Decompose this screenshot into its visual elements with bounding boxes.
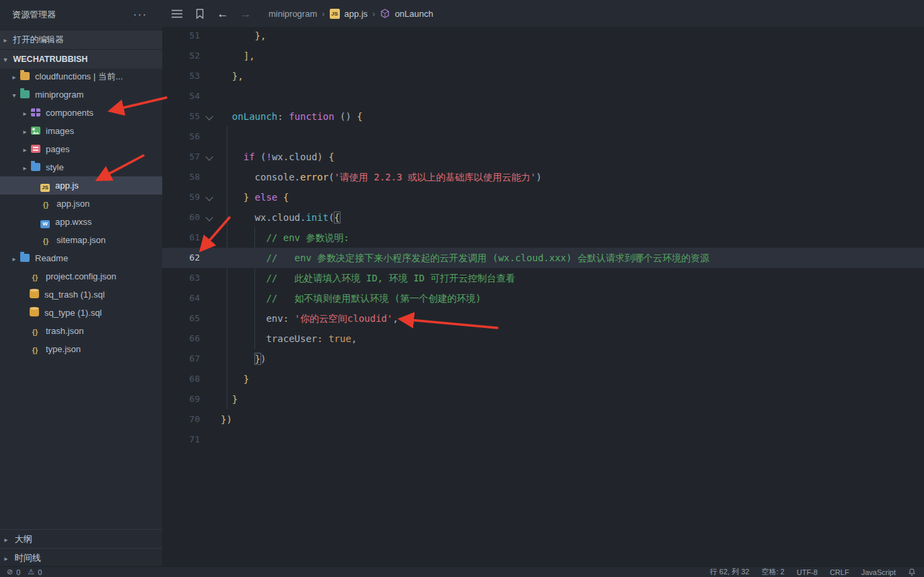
problems-status[interactable]: ⊘ 0 ⚠ 0 xyxy=(7,567,42,577)
navigate-back-icon[interactable]: ← xyxy=(215,5,231,22)
tree-item-app-js[interactable]: JSapp.js xyxy=(0,176,162,195)
code-text: }, xyxy=(221,66,244,86)
breadcrumb-symbol[interactable]: onLaunch xyxy=(395,9,433,19)
fold-chevron-icon[interactable] xyxy=(205,193,213,201)
breadcrumb-folder[interactable]: miniprogram xyxy=(269,9,317,19)
line-number[interactable]: 59 xyxy=(162,187,200,207)
language-mode[interactable]: JavaScript xyxy=(861,568,896,576)
cursor-position[interactable]: 行 62, 列 32 xyxy=(710,567,750,577)
line-number[interactable]: 64 xyxy=(162,288,200,308)
tree-item-components[interactable]: ▸components xyxy=(0,104,162,122)
chevron-down-icon[interactable]: ▾ xyxy=(9,86,19,104)
encoding-setting[interactable]: UTF-8 xyxy=(797,568,818,576)
tree-item-pages[interactable]: ▸pages xyxy=(0,140,162,158)
chevron-right-icon: ▸ xyxy=(0,31,11,49)
line-number[interactable]: 69 xyxy=(162,389,200,409)
bookmark-icon[interactable] xyxy=(192,5,208,22)
code-line-68[interactable]: 68 } xyxy=(162,369,924,389)
code-line-53[interactable]: 53 }, xyxy=(162,66,924,86)
line-number[interactable]: 67 xyxy=(162,349,200,369)
line-number[interactable]: 51 xyxy=(162,26,200,46)
folder-icon xyxy=(31,163,40,171)
fold-chevron-icon[interactable] xyxy=(205,213,213,221)
tree-item-sq-trash-1-sql[interactable]: sq_trash (1).sql xyxy=(0,285,162,304)
line-number[interactable]: 58 xyxy=(162,167,200,187)
code-line-66[interactable]: 66 traceUser: true, xyxy=(162,329,924,349)
line-number[interactable]: 62 xyxy=(162,248,200,268)
code-line-70[interactable]: 70}) xyxy=(162,409,924,430)
line-number[interactable]: 61 xyxy=(162,228,200,248)
open-editors-section[interactable]: ▸ 打开的编辑器 xyxy=(0,30,162,49)
line-number[interactable]: 63 xyxy=(162,268,200,288)
db-icon xyxy=(30,308,39,316)
code-text: if (!wx.cloud) { xyxy=(221,147,334,167)
code-line-62[interactable]: 62 // env 参数决定接下来小程序发起的云开发调用 (wx.cloud.x… xyxy=(162,248,924,268)
chevron-down-icon: ▾ xyxy=(0,50,11,69)
code-line-65[interactable]: 65 env: '你的云空间cloudid', xyxy=(162,308,924,329)
code-text: onLaunch: function () { xyxy=(221,106,363,127)
outline-section[interactable]: ▸ 大纲 xyxy=(0,529,162,548)
line-number[interactable]: 71 xyxy=(162,430,200,450)
chevron-right-icon[interactable]: ▸ xyxy=(20,159,30,177)
tree-item-app-json[interactable]: {}app.json xyxy=(0,195,162,213)
tree-item-readme[interactable]: ▸Readme xyxy=(0,249,162,267)
code-line-60[interactable]: 60 wx.cloud.init({ xyxy=(162,207,924,228)
fold-chevron-icon[interactable] xyxy=(205,112,213,120)
line-number[interactable]: 52 xyxy=(162,46,200,66)
fold-chevron-icon[interactable] xyxy=(205,153,213,160)
code-line-67[interactable]: 67 }) xyxy=(162,349,924,369)
tree-item-sitemap-json[interactable]: {}sitemap.json xyxy=(0,231,162,249)
chevron-right-icon[interactable]: ▸ xyxy=(20,104,30,123)
tree-item-trash-json[interactable]: {}trash.json xyxy=(0,322,162,340)
open-editors-list-icon[interactable] xyxy=(169,5,185,22)
tree-item-images[interactable]: ▸images xyxy=(0,122,162,140)
code-line-63[interactable]: 63 // 此处请填入环境 ID, 环境 ID 可打开云控制台查看 xyxy=(162,268,924,288)
timeline-section[interactable]: ▸ 时间线 xyxy=(0,548,162,567)
code-line-61[interactable]: 61 // env 参数说明: xyxy=(162,228,924,248)
breadcrumb-file[interactable]: app.js xyxy=(345,9,368,19)
indent-setting[interactable]: 空格: 2 xyxy=(762,567,785,577)
tree-item-project-config-json[interactable]: {}project.config.json xyxy=(0,267,162,285)
folder-icon xyxy=(20,72,30,80)
tree-item-type-json[interactable]: {}type.json xyxy=(0,340,162,358)
explorer-more-actions-icon[interactable]: ··· xyxy=(133,8,147,20)
code-line-51[interactable]: 51 }, xyxy=(162,26,924,46)
code-line-56[interactable]: 56 xyxy=(162,127,924,147)
line-number[interactable]: 56 xyxy=(162,127,200,147)
line-number[interactable]: 65 xyxy=(162,308,200,329)
code-line-71[interactable]: 71 xyxy=(162,430,924,450)
navigate-forward-icon[interactable]: → xyxy=(238,5,254,22)
chevron-right-icon[interactable]: ▸ xyxy=(20,141,30,159)
line-number[interactable]: 70 xyxy=(162,409,200,430)
line-number[interactable]: 57 xyxy=(162,147,200,167)
code-line-52[interactable]: 52 ], xyxy=(162,46,924,66)
line-number[interactable]: 54 xyxy=(162,86,200,106)
code-line-57[interactable]: 57 if (!wx.cloud) { xyxy=(162,147,924,167)
code-area[interactable]: 51 },52 ],53 },5455 onLaunch: function (… xyxy=(162,26,924,567)
line-number[interactable]: 55 xyxy=(162,106,200,127)
ide-window: 资源管理器 ··· ▸ 打开的编辑器 ▾ WECHATRUBBISH ▸clou… xyxy=(0,0,924,577)
code-line-59[interactable]: 59 } else { xyxy=(162,187,924,207)
chevron-right-icon[interactable]: ▸ xyxy=(9,250,19,268)
code-line-69[interactable]: 69 } xyxy=(162,389,924,409)
tree-item-style[interactable]: ▸style xyxy=(0,158,162,176)
code-text: } else { xyxy=(221,187,289,207)
code-line-55[interactable]: 55 onLaunch: function () { xyxy=(162,106,924,127)
chevron-right-icon[interactable]: ▸ xyxy=(20,123,30,141)
line-number[interactable]: 68 xyxy=(162,369,200,389)
tree-item-miniprogram[interactable]: ▾miniprogram xyxy=(0,86,162,104)
tree-item-sq-type-1-sql[interactable]: sq_type (1).sql xyxy=(0,304,162,322)
tree-item-cloudfunctions[interactable]: ▸cloudfunctions | 当前... xyxy=(0,67,162,86)
line-number[interactable]: 66 xyxy=(162,329,200,349)
notifications-bell-icon[interactable] xyxy=(908,568,916,576)
workspace-section[interactable]: ▾ WECHATRUBBISH xyxy=(0,49,162,69)
tree-item-app-wxss[interactable]: Wapp.wxss xyxy=(0,213,162,231)
chevron-right-icon[interactable]: ▸ xyxy=(9,68,19,86)
code-line-64[interactable]: 64 // 如不填则使用默认环境 (第一个创建的环境) xyxy=(162,288,924,308)
eol-setting[interactable]: CRLF xyxy=(830,568,849,576)
code-line-54[interactable]: 54 xyxy=(162,86,924,106)
line-number[interactable]: 53 xyxy=(162,66,200,86)
line-number[interactable]: 60 xyxy=(162,207,200,228)
wxss-icon: W xyxy=(40,220,50,228)
code-line-58[interactable]: 58 console.error('请使用 2.2.3 或以上的基础库以使用云能… xyxy=(162,167,924,187)
